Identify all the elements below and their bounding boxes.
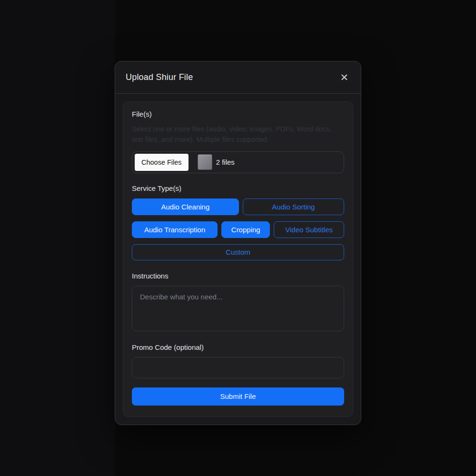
service-types-label: Service Type(s) xyxy=(132,184,344,192)
file-thumbnail-icon xyxy=(198,154,212,170)
service-type-row-1: Audio Cleaning Audio Sorting xyxy=(132,198,344,215)
close-icon[interactable]: ✕ xyxy=(338,70,350,84)
files-helper-text: Select one or more files (audio, video, … xyxy=(132,124,344,145)
file-count: 2 files xyxy=(216,158,235,166)
upload-shiur-modal: Upload Shiur File ✕ File(s) Select one o… xyxy=(115,61,361,425)
files-label: File(s) xyxy=(132,110,344,118)
service-custom-button[interactable]: Custom xyxy=(132,244,344,260)
service-audio-cleaning-button[interactable]: Audio Cleaning xyxy=(132,198,239,215)
upload-form-panel: File(s) Select one or more files (audio,… xyxy=(123,101,353,417)
file-input[interactable]: Choose Files 2 files xyxy=(132,151,344,173)
page-backdrop-left xyxy=(0,0,115,476)
service-type-row-2: Audio Transcription Cropping Video Subti… xyxy=(132,221,344,238)
promo-code-label: Promo Code (optional) xyxy=(132,343,344,351)
promo-code-input[interactable] xyxy=(132,357,344,378)
modal-header: Upload Shiur File ✕ xyxy=(115,61,361,94)
service-video-subtitles-button[interactable]: Video Subtitles xyxy=(274,221,344,238)
service-audio-sorting-button[interactable]: Audio Sorting xyxy=(243,198,344,215)
modal-title: Upload Shiur File xyxy=(126,72,193,82)
submit-file-button[interactable]: Submit File xyxy=(132,387,344,406)
instructions-label: Instructions xyxy=(132,272,344,280)
service-audio-transcription-button[interactable]: Audio Transcription xyxy=(132,221,218,238)
service-type-row-3: Custom xyxy=(132,244,344,260)
service-cropping-button[interactable]: Cropping xyxy=(221,221,270,238)
choose-files-button[interactable]: Choose Files xyxy=(135,154,188,171)
instructions-textarea[interactable] xyxy=(132,286,344,331)
